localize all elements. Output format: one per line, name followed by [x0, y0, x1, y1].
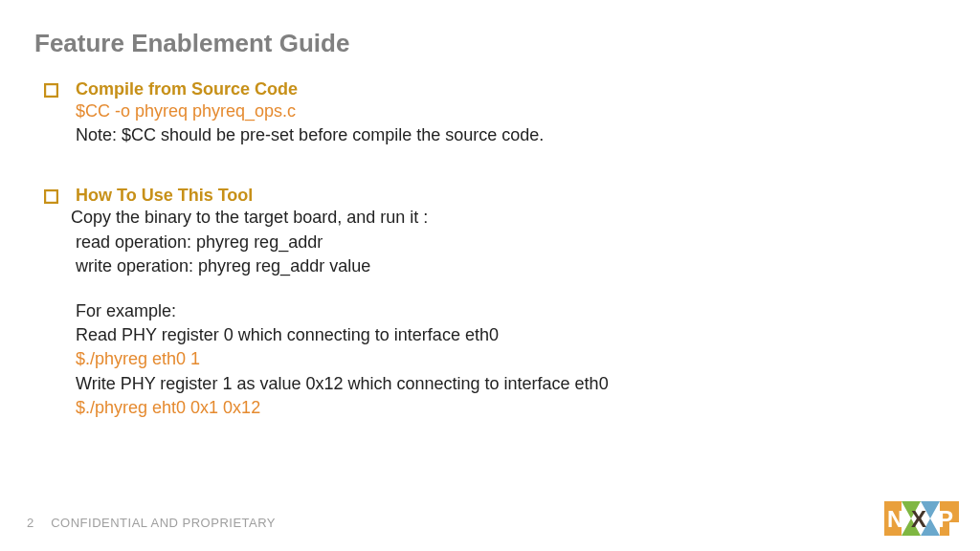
section-usage: How To Use This Tool Copy the binary to …: [44, 186, 946, 420]
svg-rect-1: [45, 190, 57, 203]
write-example-cmd: $./phyreg eht0 0x1 0x12: [76, 396, 946, 420]
example-label: For example:: [76, 299, 946, 323]
body-block: $CC -o phyreq phyreq_ops.c Note: $CC sho…: [76, 99, 946, 147]
svg-text:N: N: [887, 506, 902, 532]
compile-note: Note: $CC should be pre-set before compi…: [76, 123, 946, 147]
write-operation: write operation: phyreg reg_addr value: [76, 254, 946, 278]
confidential-label: CONFIDENTIAL AND PROPRIETARY: [51, 516, 276, 530]
spacer: [76, 278, 946, 299]
usage-intro: Copy the binary to the target board, and…: [71, 206, 946, 230]
compile-command: $CC -o phyreq phyreq_ops.c: [76, 99, 946, 123]
section-heading: Compile from Source Code: [76, 79, 298, 99]
svg-text:X: X: [911, 506, 926, 532]
bullet-row: How To Use This Tool: [44, 186, 946, 206]
footer: 2 CONFIDENTIAL AND PROPRIETARY: [27, 516, 276, 530]
slide: Feature Enablement Guide Compile from So…: [0, 0, 980, 551]
read-operation: read operation: phyreg reg_addr: [76, 231, 946, 254]
write-example-desc: Write PHY register 1 as value 0x12 which…: [76, 372, 946, 396]
nxp-logo-icon: N X P: [884, 501, 959, 540]
bullet-row: Compile from Source Code: [44, 79, 946, 99]
page-number: 2: [27, 516, 33, 530]
square-bullet-icon: [44, 189, 58, 204]
body-block: read operation: phyreg reg_addr write op…: [76, 231, 946, 420]
read-example-desc: Read PHY register 0 which connecting to …: [76, 323, 946, 347]
svg-text:P: P: [938, 506, 953, 532]
page-title: Feature Enablement Guide: [34, 29, 946, 58]
section-heading: How To Use This Tool: [76, 186, 253, 206]
svg-rect-0: [45, 84, 57, 97]
section-compile: Compile from Source Code $CC -o phyreq p…: [44, 79, 946, 147]
read-example-cmd: $./phyreg eth0 1: [76, 347, 946, 371]
body-block: Copy the binary to the target board, and…: [71, 206, 946, 230]
square-bullet-icon: [44, 83, 58, 98]
